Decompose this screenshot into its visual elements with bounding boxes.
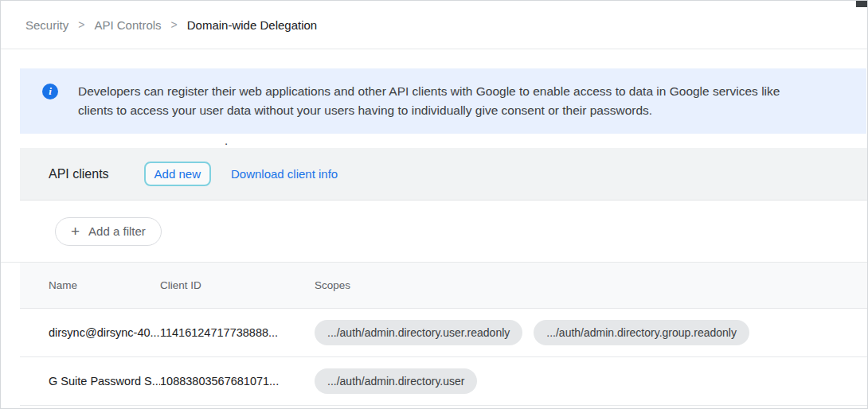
plus-icon: + [71,224,80,239]
scope-chip: .../auth/admin.directory.group.readonly [534,320,749,345]
api-clients-table: Name Client ID Scopes dirsync@dirsync-40… [20,263,867,406]
add-filter-label: Add a filter [88,224,146,238]
table-header-row: Name Client ID Scopes [20,263,867,309]
scope-chip: .../auth/admin.directory.user.readonly [315,320,522,345]
column-header-scopes: Scopes [315,279,867,291]
breadcrumb-api-controls[interactable]: API Controls [94,18,161,32]
client-name: dirsync@dirsync-40... [20,326,160,339]
scope-chip: .../auth/admin.directory.user [315,368,477,394]
corner-artifact [856,1,867,7]
breadcrumb-separator-icon: > [78,18,84,31]
client-id: 10883803567681071... [160,375,315,388]
download-client-info-link[interactable]: Download client info [231,167,338,181]
info-icon: i [42,84,58,99]
table-row[interactable]: G Suite Password S... 10883803567681071.… [20,357,867,406]
table-row[interactable]: dirsync@dirsync-40... 11416124717738888.… [20,309,867,357]
info-banner: i Developers can register their web appl… [20,68,866,134]
api-clients-header-band: API clients Add new Download client info [20,148,867,201]
add-filter-button[interactable]: + Add a filter [55,217,162,246]
domain-wide-delegation-page: Security > API Controls > Domain-wide De… [0,0,868,409]
client-scopes: .../auth/admin.directory.user [315,368,867,394]
breadcrumb-current-page: Domain-wide Delegation [187,18,317,32]
banner-line-2: clients to access your user data without… [78,101,780,120]
breadcrumb-separator-icon: > [171,18,178,31]
client-scopes: .../auth/admin.directory.user.readonly .… [315,320,867,345]
breadcrumb: Security > API Controls > Domain-wide De… [1,1,867,49]
add-new-button[interactable]: Add new [144,162,211,186]
column-header-client-id: Client ID [160,279,315,291]
breadcrumb-security[interactable]: Security [25,18,68,32]
banner-text: Developers can register their web applic… [78,82,780,120]
client-name: G Suite Password S... [20,375,160,388]
client-id: 11416124717738888... [160,326,315,339]
banner-line-1: Developers can register their web applic… [78,82,780,101]
filter-bar: + Add a filter [1,201,867,263]
banner-truncated-text: . [225,134,228,146]
section-title: API clients [49,167,109,181]
column-header-name: Name [20,279,160,291]
